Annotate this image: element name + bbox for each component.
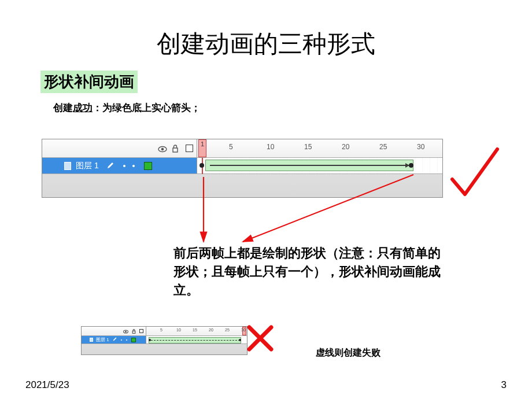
- footer-page-number: 3: [501, 379, 507, 391]
- end-keyframe[interactable]: [409, 163, 413, 168]
- ruler-tick: 5: [160, 328, 162, 332]
- visibility-icon[interactable]: [123, 329, 128, 333]
- layer-color-swatch[interactable]: [144, 162, 152, 170]
- explain-prefix: 前后两: [173, 246, 212, 260]
- desc-suffix: ：为绿色底上实心箭头；: [93, 102, 201, 113]
- svg-rect-2: [173, 148, 178, 152]
- ruler-tick: 25: [379, 143, 387, 151]
- subtitle-shape-tween: 形状补间动画: [40, 71, 138, 93]
- svg-rect-7: [132, 331, 135, 333]
- ruler-tick: 15: [193, 328, 197, 332]
- lock-icon[interactable]: [172, 145, 180, 153]
- ruler-tick: 10: [267, 143, 274, 151]
- pencil-icon: [113, 337, 117, 342]
- timeline-header-left: [42, 139, 197, 157]
- layer-name: 图层 1: [96, 337, 109, 343]
- start-keyframe[interactable]: [200, 163, 204, 168]
- pencil-icon: [107, 161, 114, 171]
- layer-dot: [121, 339, 122, 341]
- layer-name: 图层 1: [76, 161, 99, 171]
- dashed-tween-line-icon: [151, 340, 240, 341]
- success-checkmark-icon: [449, 145, 501, 205]
- ruler-tick: 10: [176, 328, 181, 332]
- layer-label-area[interactable]: 图层 1: [42, 158, 197, 173]
- timeline-header: 1 5 10 15 20 25 30: [42, 139, 442, 158]
- layer-row[interactable]: 图层 1: [42, 158, 442, 174]
- timeline-failure-panel: 5 10 15 20 25 30 图层 1: [81, 326, 247, 355]
- tween-arrow-icon: [210, 165, 409, 166]
- explanation-paragraph: 前后两帧上都是绘制的形状（注意：只有简单的形状；且每帧上只有一个），形状补间动画…: [173, 244, 451, 300]
- svg-point-1: [161, 147, 164, 150]
- playhead-marker[interactable]: 1: [198, 139, 206, 157]
- ruler-tick: 30: [241, 328, 246, 332]
- layer-type-icon: [90, 338, 93, 342]
- failure-x-icon: [246, 324, 275, 355]
- layer-type-icon: [64, 162, 71, 170]
- small-header-left: [82, 327, 146, 335]
- small-timeline-header: 5 10 15 20 25 30: [82, 327, 247, 336]
- outline-icon[interactable]: [186, 145, 193, 152]
- small-frame-ruler[interactable]: 5 10 15 20 25 30: [146, 327, 247, 335]
- end-keyframe[interactable]: [239, 339, 241, 341]
- visibility-icon[interactable]: [158, 145, 166, 153]
- success-description: 创建成功：为绿色底上实心箭头；: [53, 101, 532, 114]
- desc-underlined: 成功: [73, 102, 93, 113]
- outline-icon[interactable]: [139, 329, 143, 333]
- ruler-tick: 15: [304, 143, 312, 151]
- small-layer-label[interactable]: 图层 1: [82, 336, 146, 343]
- ruler-tick: 30: [417, 143, 424, 151]
- ruler-tick: 20: [209, 328, 213, 332]
- layer-dot: [126, 339, 127, 341]
- svg-point-6: [125, 331, 127, 332]
- failure-caption: 虚线则创建失败: [316, 347, 380, 359]
- footer-date: 2021/5/23: [25, 379, 69, 391]
- desc-prefix: 创建: [53, 102, 73, 113]
- small-frames-area[interactable]: [146, 336, 247, 343]
- ruler-tick: 25: [225, 328, 230, 332]
- timeline-success-panel: 1 5 10 15 20 25 30 图层 1: [42, 139, 443, 198]
- explain-rest: 帧上都是绘制的形状（注意：只有简单的形状；且每帧上只有一个），形状补间动画能成立…: [173, 246, 441, 297]
- frame-ruler[interactable]: 1 5 10 15 20 25 30: [197, 139, 442, 157]
- slide-title: 创建动画的三种形式: [0, 0, 532, 71]
- frames-area[interactable]: [197, 158, 442, 173]
- layer-color-swatch[interactable]: [131, 338, 136, 342]
- layer-option-dots: [123, 165, 135, 167]
- lock-icon[interactable]: [132, 329, 136, 334]
- ruler-tick: 20: [342, 143, 349, 151]
- small-layer-row[interactable]: 图层 1: [82, 336, 247, 344]
- ruler-tick: 5: [229, 143, 233, 151]
